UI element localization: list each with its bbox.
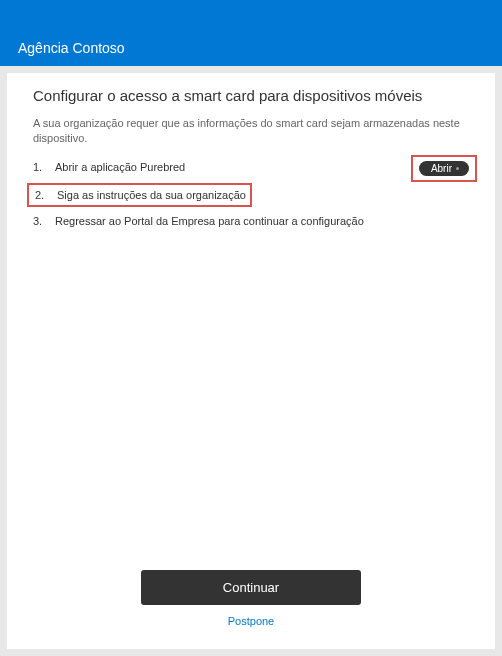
step-number: 3.: [33, 215, 47, 227]
continue-button[interactable]: Continuar: [141, 570, 361, 605]
step-number: 2.: [35, 189, 49, 201]
step-item-1: 1. Abrir a aplicação Purebred Abrir: [33, 161, 469, 173]
highlight-box-open: Abrir: [411, 155, 477, 182]
step-number: 1.: [33, 161, 47, 173]
open-button-label: Abrir: [431, 163, 452, 174]
step-item-3: 3. Regressar ao Portal da Empresa para c…: [33, 215, 469, 227]
open-purebred-button[interactable]: Abrir: [419, 161, 469, 176]
step-text: Siga as instruções da sua organização: [57, 189, 246, 201]
app-header: Agência Contoso: [0, 0, 502, 66]
page-title: Configurar o acesso a smart card para di…: [33, 87, 469, 104]
step-item-2-highlighted: 2. Siga as instruções da sua organização: [27, 183, 252, 207]
content-card: Configurar o acesso a smart card para di…: [7, 73, 495, 649]
footer: Continuar Postpone: [33, 570, 469, 631]
step-text: Abrir a aplicação Purebred: [55, 161, 185, 173]
content-outer: Configurar o acesso a smart card para di…: [0, 66, 502, 656]
org-name: Agência Contoso: [18, 40, 125, 56]
steps-list: 1. Abrir a aplicação Purebred Abrir 2. S…: [33, 161, 469, 237]
page-description: A sua organização requer que as informaç…: [33, 116, 469, 147]
postpone-link[interactable]: Postpone: [228, 615, 274, 627]
step-text: Regressar ao Portal da Empresa para cont…: [55, 215, 364, 227]
dot-icon: [456, 167, 459, 170]
